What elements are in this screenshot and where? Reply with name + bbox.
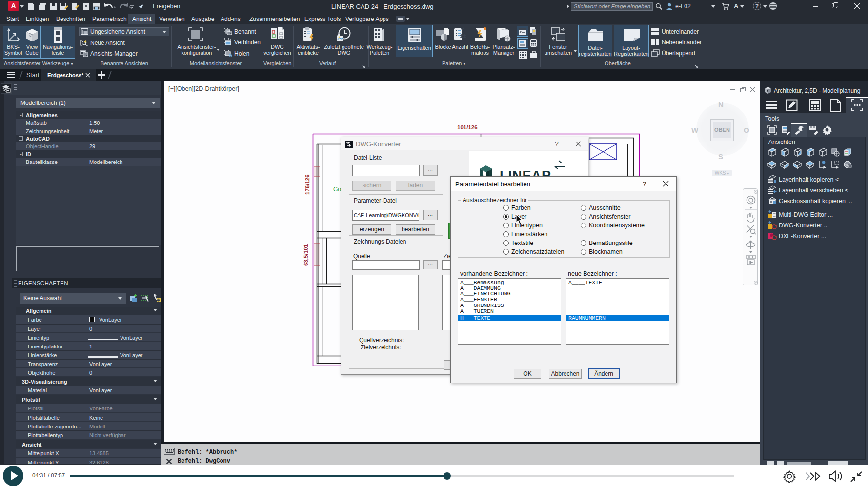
svg-text:Go: Go [333,186,341,193]
